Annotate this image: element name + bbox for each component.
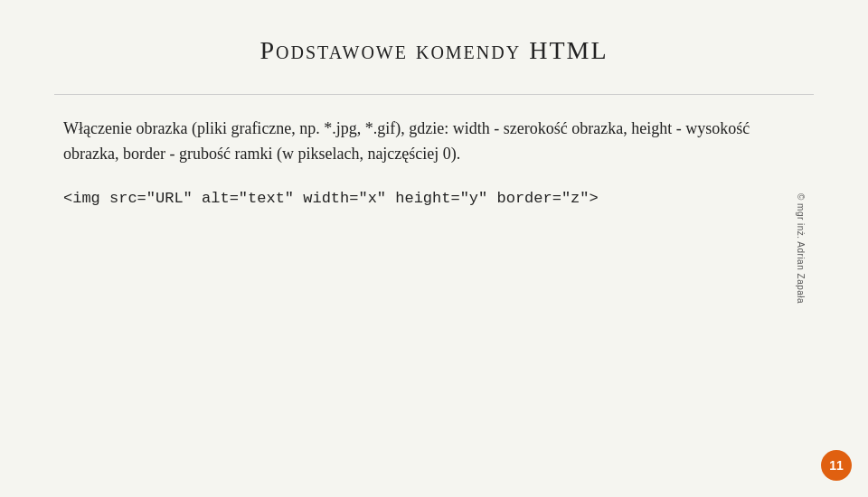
divider (54, 94, 814, 95)
paragraph-text: Włączenie obrazka (pliki graficzne, np. … (63, 117, 769, 167)
sidebar-credit: © mgr inż. Adrian Zapała (795, 193, 805, 304)
slide-title: Podstawowe komendy HTML (54, 36, 814, 65)
code-example: <img src="URL" alt="text" width="x" heig… (63, 187, 769, 211)
slide-content: Włączenie obrazka (pliki graficzne, np. … (63, 117, 805, 210)
slide: Podstawowe komendy HTML Włączenie obrazk… (0, 0, 868, 497)
page-number: 11 (821, 450, 852, 481)
